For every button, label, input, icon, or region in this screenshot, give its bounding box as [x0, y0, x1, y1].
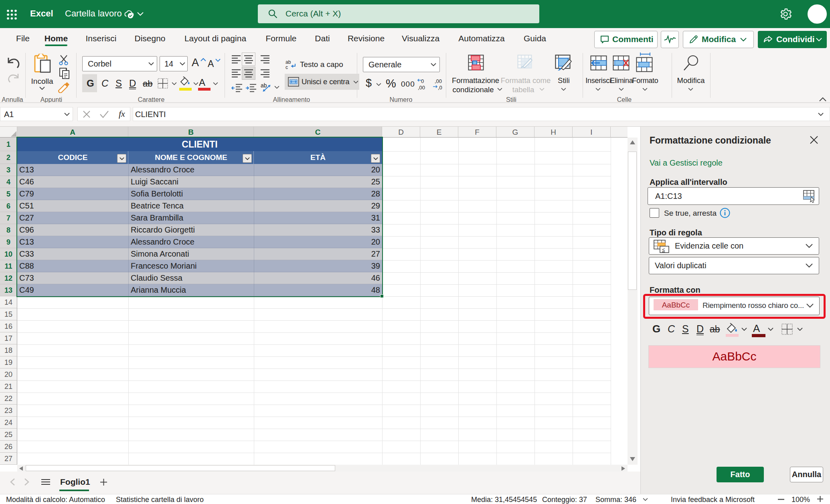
svg-text:ab: ab	[285, 59, 291, 65]
svg-text:,0: ,0	[438, 85, 442, 91]
svg-text:≤: ≤	[662, 247, 665, 253]
svg-text:,00: ,00	[418, 85, 425, 91]
svg-text:c: c	[285, 65, 288, 70]
svg-text:ab: ab	[261, 82, 267, 89]
svg-text:,00: ,00	[435, 78, 442, 84]
svg-text:0: 0	[421, 78, 424, 84]
